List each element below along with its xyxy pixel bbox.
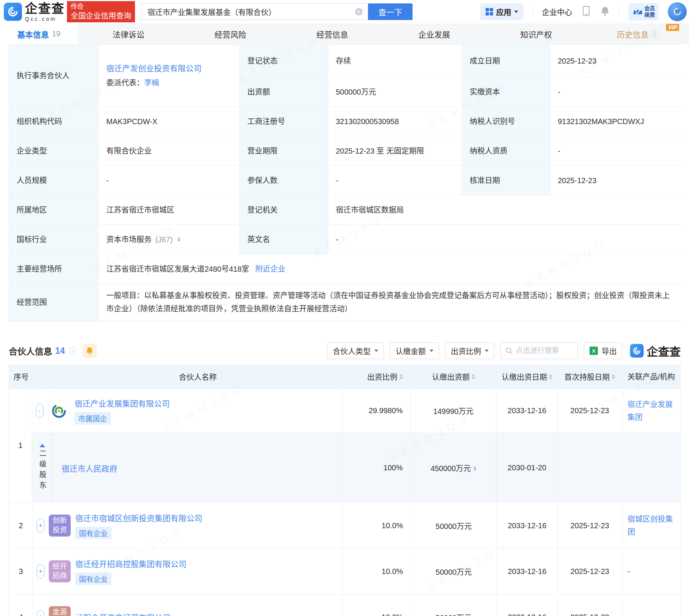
field-label: 企业类型 [9,136,99,166]
user-avatar[interactable] [668,2,687,21]
field-label: 登记状态 [240,45,328,77]
company-tag[interactable]: 市属国企 [74,412,111,425]
collapse-button[interactable]: - [36,404,43,418]
partner-company-link[interactable]: 宿迁经开招商控股集团有限公司 [75,558,186,569]
premises-cell: 江苏省宿迁市宿城区发展大道2480号418室 附近企业 [99,254,681,284]
field-label: 纳税人识别号 [462,107,550,136]
qcc-logo-icon [4,3,22,21]
subscribe-date-cell: 2033-12-16 [497,389,558,433]
tab-operation-info[interactable]: 经营信息 [281,23,383,44]
monitor-bell-button[interactable] [82,344,97,358]
expand-button[interactable]: + [37,564,44,579]
partner-name-cell: - 宿迁产业发展集团有限公司 市属国企 [32,389,342,433]
partner-search-input[interactable] [516,347,573,355]
ratio-cell: 10.0% [343,549,411,594]
export-button[interactable]: X 导出 [584,342,622,359]
row-number: 1 [9,389,32,502]
sub-shareholder-link[interactable]: 宿迁市人民政府 [62,462,117,474]
filter-subscribed-amount[interactable]: 认缴金额 [390,342,439,359]
col-header-first-hold-date[interactable]: 首次持股日期 [558,365,622,388]
related-product-link[interactable]: 宿城区创投集团 [627,513,675,538]
ratio-cell: 29.9980% [342,389,411,433]
partners-count: 14 [55,346,65,356]
crown-icon [632,7,642,16]
sort-icon[interactable] [549,374,552,380]
company-tag[interactable]: 国有企业 [75,572,112,585]
tab-legal[interactable]: 法律诉讼 [78,23,180,44]
field-value: 存续 [328,45,462,77]
first-hold-date-cell: 2025-12-23 [558,549,622,594]
tab-operation-risk[interactable]: 经营风险 [180,23,282,44]
field-value: - [328,166,462,195]
field-label: 所属地区 [9,195,99,225]
mobile-icon[interactable] [581,5,591,18]
sort-icon[interactable] [472,374,475,380]
level-label-cell: 二级股东 [32,433,53,502]
search-bar: ✕ 查一下 [141,3,413,20]
executive-partner-cell: 宿迁产发创业投资有限公司 委派代表：李楠 [99,45,240,107]
enterprise-center-link[interactable]: 企业中心 [542,6,572,17]
chevron-right-icon[interactable]: › [473,464,476,473]
expand-industry-icon[interactable]: ∨ [177,234,182,244]
clear-search-icon[interactable]: ✕ [355,8,363,16]
col-header-subscribe-date[interactable]: 认缴出资日期 [497,365,558,388]
filter-capital-ratio[interactable]: 出资比例 [445,342,494,359]
info-icon: i [70,347,77,355]
field-label: 登记机关 [240,195,328,225]
tab-basic-info[interactable]: 基本信息 19 [0,23,78,44]
field-label: 营业期限 [240,136,328,166]
vip-renew-button[interactable]: 会员 续费 [628,3,659,20]
col-header-amount[interactable]: 认缴出资额 [411,365,497,388]
field-value: 91321302MAK3PCDWXJ [550,107,681,136]
partner-company-link[interactable]: 宿迁产业发展集团有限公司 [74,397,170,409]
expand-button[interactable]: + [37,610,44,616]
col-header-ratio[interactable]: 出资比例 [343,365,411,388]
related-product-link[interactable]: 宿迁产业发展集团 [627,398,675,424]
notification-bell-icon[interactable] [600,6,610,18]
sort-icon[interactable] [611,374,615,380]
partners-table-header: 序号 合伙人名称 出资比例 认缴出资额 认缴出资日期 首次持股日期 关联产品/机… [9,365,680,389]
tab-history-info[interactable]: 历史信息 i VIP [587,23,689,44]
collapse-arrow-icon[interactable] [40,444,45,447]
search-input[interactable] [141,3,368,20]
level-label: 二级股东 [37,450,47,492]
chevron-down-icon [430,350,433,352]
second-level-shareholder-row: 二级股东 宿迁市人民政府 100% 450000万元 › 2030-01-20 [32,433,680,502]
field-value: 321302000530958 [328,107,462,136]
ratio-cell: 100% [342,433,411,502]
qcc-logo[interactable]: 企查查 Qcc.com [4,2,65,22]
field-value: 2025-12-23 至 无固定期限 [328,136,462,166]
tab-count: 19 [52,30,60,38]
basic-info-table: 执行事务合伙人 宿迁产发创业投资有限公司 委派代表：李楠 登记状态 存续 成立日… [9,44,681,322]
filter-partner-type[interactable]: 合伙人类型 [327,342,384,359]
tab-bar: 基本信息 19 法律诉讼 经营风险 经营信息 企业发展 知识产权 历史信息 i … [0,23,689,44]
executive-partner-link[interactable]: 宿迁产发创业投资有限公司 [106,62,202,75]
row-number: 3 [9,549,33,594]
field-label: 核准日期 [462,166,550,195]
partner-row: 4 + 金源资产 沭阳金源资产经营有限公司 10.0% 50000万元 2033… [9,594,680,616]
chevron-down-icon [485,350,489,352]
field-label: 主要经营场所 [9,254,99,284]
field-label: 执行事务合伙人 [9,45,99,107]
field-value: - [550,136,681,166]
company-avatar: 金源资产 [49,606,71,616]
qcc-brand-mark: 企查查 [630,342,681,359]
first-hold-date-cell: 2025-12-23 [558,594,622,616]
chevron-down-icon [514,11,518,13]
partner-company-link[interactable]: 沭阳金源资产经营有限公司 [75,611,171,616]
field-value: - [328,225,681,254]
tab-intellectual-property[interactable]: 知识产权 [485,23,587,44]
amount-cell: 450000万元 › [411,433,497,502]
company-logo [48,400,70,422]
subscribe-date-cell: 2033-12-16 [497,549,558,594]
partner-company-link[interactable]: 宿迁市宿城区创新投资集团有限公司 [75,512,202,523]
apps-menu[interactable]: 应用 [480,3,523,20]
sort-icon[interactable] [399,374,403,380]
expand-button[interactable]: + [37,518,44,533]
search-button[interactable]: 查一下 [368,3,413,20]
tab-development[interactable]: 企业发展 [383,23,486,44]
company-tag[interactable]: 国有企业 [75,527,112,539]
row-number: 4 [9,594,33,616]
nearby-companies-link[interactable]: 附近企业 [255,263,286,275]
representative-link[interactable]: 李楠 [144,79,159,87]
